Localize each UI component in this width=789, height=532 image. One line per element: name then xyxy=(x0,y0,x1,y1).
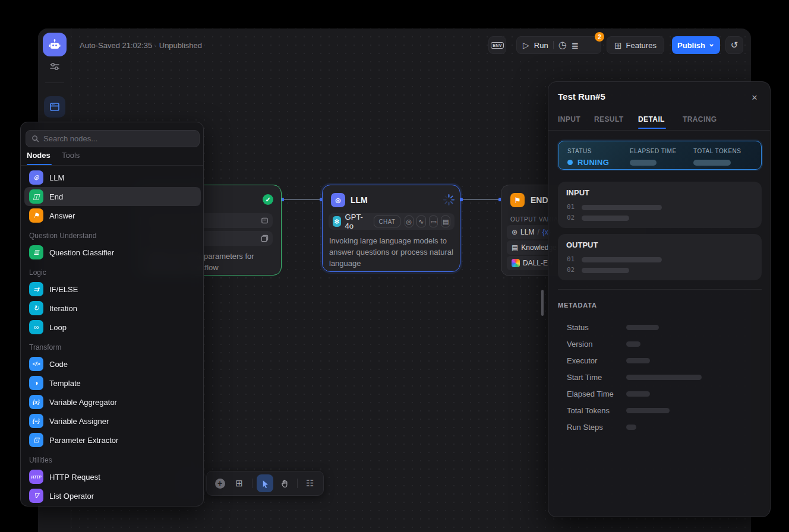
run-button-group: ▷ Run ◷ ≣ xyxy=(516,36,601,54)
meta-executor-label: Executor xyxy=(567,356,597,365)
meta-total-tokens-label: Total Tokens xyxy=(567,406,610,415)
divider xyxy=(548,130,770,131)
output-title: OUTPUT xyxy=(566,240,598,249)
divider xyxy=(21,165,203,166)
run-status-card: STATUS ELAPSED TIME TOTAL TOKENS RUNING xyxy=(558,141,762,170)
tab-tools[interactable]: Tools xyxy=(62,151,80,160)
node-item-parameter-extractor[interactable]: ⊡ Parameter Extractor xyxy=(24,430,201,449)
app-robot-icon[interactable] xyxy=(43,33,67,56)
meta-start-time-skeleton xyxy=(626,375,702,380)
output-card: OUTPUT 01 02 xyxy=(558,234,762,280)
input-skeleton xyxy=(582,216,629,221)
llm-node[interactable]: ⊛ LLM ✻ GPT-4o CHAT ◎ ∿ ▭ ▤ Invoking lar… xyxy=(322,185,460,272)
chevron-down-icon: ⌄ xyxy=(708,39,715,48)
node-item-template[interactable]: ◑ Template xyxy=(24,373,201,392)
robot-icon xyxy=(48,37,62,52)
parameter-extractor-icon: ⊡ xyxy=(29,433,43,447)
organize-nodes-button[interactable]: ☷ xyxy=(302,474,318,492)
node-item-end[interactable]: ◫ End xyxy=(24,187,201,206)
if-else-icon: ⇉ xyxy=(29,282,43,296)
close-icon[interactable]: ✕ xyxy=(749,92,760,103)
publish-button[interactable]: Publish ⌄ xyxy=(672,36,720,54)
hand-mode-button[interactable] xyxy=(276,474,292,492)
loop-icon: ∞ xyxy=(29,320,43,334)
node-item-loop[interactable]: ∞ Loop xyxy=(24,318,201,337)
row-index: 02 xyxy=(567,266,575,274)
meta-status-label: Status xyxy=(567,323,589,332)
restore-history-icon: ↺ xyxy=(731,40,738,50)
success-check-icon: ✓ xyxy=(263,194,273,205)
variable-assigner-icon: {=} xyxy=(29,414,43,428)
status-value: RUNING xyxy=(567,158,609,167)
run-play-icon: ▷ xyxy=(523,41,529,49)
pointer-mode-button[interactable] xyxy=(257,474,273,492)
workflow-settings-icon[interactable] xyxy=(48,59,62,74)
node-picker-panel: Nodes Tools ⊛ LLM ◫ End ⚑ Answer Questio… xyxy=(20,122,204,506)
question-classifier-icon: ≣ xyxy=(29,245,43,259)
publish-state-label: Unpublished xyxy=(159,41,202,50)
search-icon xyxy=(31,135,39,142)
meta-status-skeleton xyxy=(626,325,659,330)
node-item-code[interactable]: </> Code xyxy=(24,354,201,373)
node-item-answer[interactable]: ⚑ Answer xyxy=(24,206,201,225)
input-skeleton xyxy=(582,205,662,210)
note-icon: ⊞ xyxy=(235,478,243,489)
meta-version-skeleton xyxy=(626,341,640,347)
tab-tracing[interactable]: TRACING xyxy=(683,115,717,124)
version-history-button[interactable]: ↺ xyxy=(725,36,743,54)
node-item-http-request[interactable]: HTTP HTTP Request xyxy=(24,467,201,486)
scrollbar-thumb[interactable] xyxy=(541,290,544,316)
meta-executor-skeleton xyxy=(626,358,650,363)
tab-result[interactable]: RESULT xyxy=(594,115,624,124)
meta-total-tokens-skeleton xyxy=(626,408,670,413)
tab-nodes[interactable]: Nodes xyxy=(27,151,51,160)
template-icon: ◑ xyxy=(29,376,43,390)
plus-icon: + xyxy=(215,479,225,489)
metadata-title: METADATA xyxy=(558,302,597,309)
output-skeleton xyxy=(582,268,629,273)
test-run-panel: Test Run#5 ✕ INPUT RESULT DETAIL TRACING… xyxy=(548,81,771,517)
run-history-icon[interactable]: ◷ xyxy=(558,40,567,50)
add-node-button[interactable]: + xyxy=(212,474,228,492)
node-item-llm[interactable]: ⊛ LLM xyxy=(24,168,201,187)
node-item-iteration[interactable]: ↻ Iteration xyxy=(24,299,201,318)
meta-elapsed-time-label: Elapsed Time xyxy=(567,390,614,398)
node-item-list-operator[interactable]: ∇ List Operator xyxy=(24,486,201,505)
model-selector[interactable]: ✻ GPT-4o CHAT ◎ ∿ ▭ ▤ xyxy=(329,213,455,230)
status-label: STATUS xyxy=(567,148,592,154)
end-node-title: END xyxy=(531,195,548,205)
meta-elapsed-time-skeleton xyxy=(626,391,650,397)
run-button[interactable]: Run xyxy=(534,41,548,50)
divider xyxy=(297,479,298,488)
list-operator-icon: ∇ xyxy=(29,489,43,503)
meta-version-label: Version xyxy=(567,340,592,349)
checklist-icon[interactable]: ≣ xyxy=(572,41,579,50)
llm-node-description: Invoking large language models to answer… xyxy=(329,235,454,269)
node-item-question-classifier[interactable]: ≣ Question Classifier xyxy=(24,243,201,262)
section-logic: Logic xyxy=(29,268,46,277)
end-icon: ◫ xyxy=(29,189,43,204)
rail-divider xyxy=(45,83,64,83)
elapsed-time-label: ELAPSED TIME xyxy=(630,148,677,154)
features-button[interactable]: ⊞ Features xyxy=(607,36,664,54)
node-item-variable-assigner[interactable]: {=} Variable Assigner xyxy=(24,411,201,430)
search-input[interactable] xyxy=(43,134,180,143)
features-icon: ⊞ xyxy=(614,41,622,50)
loading-spinner-icon xyxy=(443,194,455,206)
tab-input[interactable]: INPUT xyxy=(558,115,580,124)
env-variables-button[interactable]: ENV xyxy=(488,36,506,54)
audio-capability-icon: ∿ xyxy=(416,216,426,227)
elapsed-time-skeleton xyxy=(630,160,657,166)
preview-panel-icon[interactable] xyxy=(44,96,65,118)
env-icon: ENV xyxy=(491,42,503,49)
total-tokens-skeleton xyxy=(693,160,731,166)
llm-node-title: LLM xyxy=(351,195,368,205)
node-item-if-else[interactable]: ⇉ IF/ELSE xyxy=(24,280,201,299)
node-item-variable-aggregator[interactable]: {x} Variable Aggregator xyxy=(24,392,201,411)
paragraph-icon xyxy=(261,235,269,242)
panel-title: Test Run#5 xyxy=(558,91,605,102)
search-box[interactable] xyxy=(26,130,200,147)
tab-detail[interactable]: DETAIL xyxy=(638,115,665,124)
active-tab-underline xyxy=(638,128,666,129)
add-note-button[interactable]: ⊞ xyxy=(231,474,247,492)
